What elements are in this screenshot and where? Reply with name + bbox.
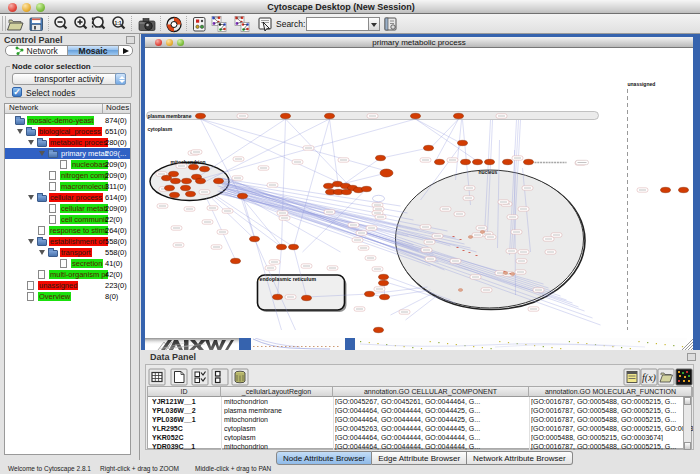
- svg-text:f(x): f(x): [642, 372, 657, 384]
- svg-text:mitochondrion: mitochondrion: [171, 159, 206, 165]
- svg-text:1:1: 1:1: [114, 20, 121, 26]
- svg-text:plasma membrane: plasma membrane: [148, 113, 192, 119]
- svg-text:unassigned: unassigned: [628, 81, 656, 87]
- svg-text:endoplasmic reticulum: endoplasmic reticulum: [260, 276, 317, 282]
- svg-text:nucleus: nucleus: [479, 169, 498, 175]
- svg-text:cytoplasm: cytoplasm: [148, 126, 173, 132]
